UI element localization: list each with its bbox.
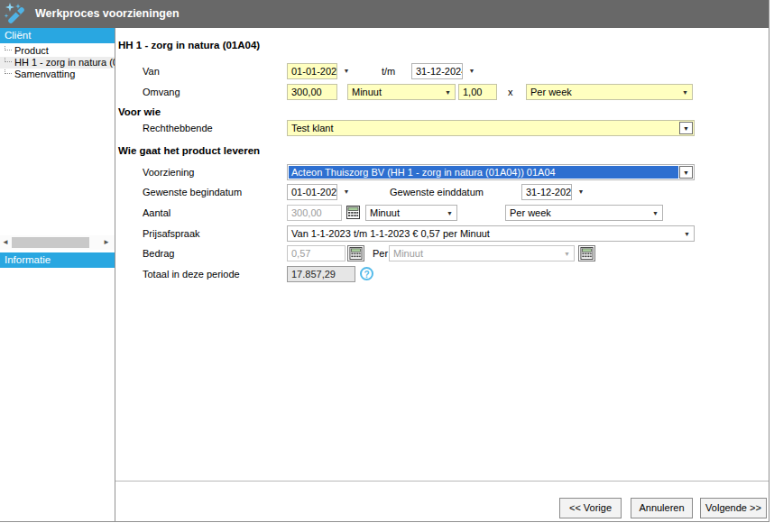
volgende-button[interactable]: Volgende >> [700, 498, 767, 518]
begindatum-input[interactable]: 01-01-2023 [287, 184, 337, 200]
window-right-border [769, 0, 769, 522]
sidebar-section-client[interactable]: Cliënt [0, 28, 115, 43]
aantal-input: 300,00 [287, 205, 342, 221]
wizard-wand-icon [4, 2, 29, 27]
sidebar: Cliënt Product HH 1 - zorg in natura (01… [0, 28, 115, 521]
omvang-times-label: x [508, 87, 513, 97]
tree-connector [5, 57, 12, 62]
form-heading: HH 1 - zorg in natura (01A04) [118, 40, 260, 50]
sidebar-item-samenvatting[interactable]: Samenvatting [0, 69, 115, 80]
sidebar-item-label: Samenvatting [14, 69, 75, 79]
van-date-dropdown-icon[interactable]: ▼ [339, 63, 354, 79]
sidebar-item-hh1-zorg-in-natura[interactable]: HH 1 - zorg in natura (01 [0, 57, 115, 69]
totaal-label: Totaal in deze periode [143, 269, 240, 280]
window-title: Werkproces voorzieningen [35, 0, 180, 28]
wizard-content: HH 1 - zorg in natura (01A04) Van 01-01-… [115, 28, 769, 521]
totaal-value-field: 17.857,29 [287, 266, 355, 282]
per-label: Per [373, 248, 388, 259]
vorige-button[interactable]: << Vorige [559, 498, 622, 518]
rechthebbende-dropdown-icon[interactable]: ▼ [679, 122, 693, 134]
scroll-right-icon[interactable]: ► [101, 235, 112, 250]
aantal-label: Aantal [143, 207, 170, 218]
bedrag-input: 0,57 [287, 245, 346, 261]
aantal-calculator-icon[interactable] [346, 206, 361, 220]
per-calculator-button[interactable] [578, 245, 595, 261]
van-date-input[interactable]: 01-01-2023 [287, 63, 337, 79]
omvang-period-dropdown-icon[interactable]: ▼ [682, 86, 688, 100]
voor-wie-section-header: Voor wie [118, 106, 161, 117]
begindatum-label: Gewenste begindatum [143, 187, 242, 197]
einddatum-dropdown-icon[interactable]: ▼ [574, 184, 588, 200]
sidebar-item-label: Product [14, 45, 49, 56]
einddatum-label: Gewenste einddatum [390, 187, 484, 197]
bedrag-label: Bedrag [143, 248, 174, 259]
sidebar-item-product[interactable]: Product [0, 45, 115, 57]
tree-connector [5, 69, 12, 74]
omvang-unit-select[interactable]: Minuut ▼ [347, 84, 456, 100]
aantal-unit-dropdown-icon[interactable]: ▼ [447, 206, 453, 221]
scroll-left-icon[interactable]: ◄ [0, 235, 11, 250]
prijsafspraak-label: Prijsafspraak [143, 228, 200, 239]
bedrag-calculator-button[interactable] [347, 245, 364, 261]
rechthebbende-select[interactable]: Test klant ▼ [287, 120, 695, 136]
per-unit-select: Minuut ▼ [389, 245, 575, 261]
per-unit-dropdown-icon: ▼ [564, 247, 570, 261]
voorziening-value: Acteon Thuiszorg BV (HH 1 - zorg in natu… [289, 166, 678, 179]
omvang-unit-value: Minuut [352, 87, 382, 97]
sidebar-item-label: HH 1 - zorg in natura (01 [14, 57, 115, 68]
sidebar-section-informatie[interactable]: Informatie [0, 252, 115, 268]
tree-connector [5, 45, 12, 50]
tm-date-input[interactable]: 31-12-2024 [411, 63, 463, 79]
omvang-unit-dropdown-icon[interactable]: ▼ [445, 86, 451, 100]
rechthebbende-value: Test klant [291, 123, 333, 133]
aantal-unit-value: Minuut [370, 207, 400, 218]
aantal-unit-select[interactable]: Minuut ▼ [365, 205, 457, 221]
aantal-period-dropdown-icon[interactable]: ▼ [652, 206, 659, 221]
omvang-period-value: Per week [530, 87, 572, 97]
prijsafspraak-select[interactable]: Van 1-1-2023 t/m 1-1-2023 € 0,57 per Min… [287, 225, 695, 242]
totaal-help-icon[interactable]: ? [360, 267, 373, 280]
scrollbar-thumb[interactable] [12, 237, 89, 248]
per-unit-value: Minuut [393, 248, 423, 259]
title-bar: Werkproces voorzieningen [0, 0, 769, 28]
prijsafspraak-dropdown-icon[interactable]: ▼ [684, 227, 690, 242]
aantal-period-select[interactable]: Per week ▼ [505, 205, 663, 221]
wizard-window: Werkproces voorzieningen Cliënt Product … [0, 0, 774, 532]
footer-divider [115, 481, 769, 482]
rechthebbende-label: Rechthebbende [143, 123, 213, 133]
window-bottom-border [0, 521, 769, 522]
einddatum-input[interactable]: 31-12-2024 [521, 184, 572, 200]
begindatum-dropdown-icon[interactable]: ▼ [339, 184, 354, 200]
prijsafspraak-value: Van 1-1-2023 t/m 1-1-2023 € 0,57 per Min… [291, 228, 490, 239]
aantal-period-value: Per week [510, 207, 551, 218]
tm-label: t/m [382, 66, 395, 77]
omvang-factor-input[interactable]: 1,00 [458, 84, 497, 100]
voorziening-label: Voorziening [143, 167, 195, 178]
voorziening-dropdown-icon[interactable]: ▼ [679, 166, 693, 179]
leveren-section-header: Wie gaat het product leveren [118, 145, 260, 156]
omvang-label: Omvang [143, 87, 180, 97]
tm-date-dropdown-icon[interactable]: ▼ [465, 63, 479, 79]
omvang-period-select[interactable]: Per week ▼ [526, 84, 693, 100]
van-label: Van [143, 66, 160, 77]
annuleren-button[interactable]: Annuleren [631, 498, 693, 518]
sidebar-horizontal-scrollbar[interactable]: ◄ ► [0, 235, 115, 250]
omvang-input[interactable]: 300,00 [287, 84, 337, 100]
voorziening-select[interactable]: Acteon Thuiszorg BV (HH 1 - zorg in natu… [287, 164, 695, 180]
